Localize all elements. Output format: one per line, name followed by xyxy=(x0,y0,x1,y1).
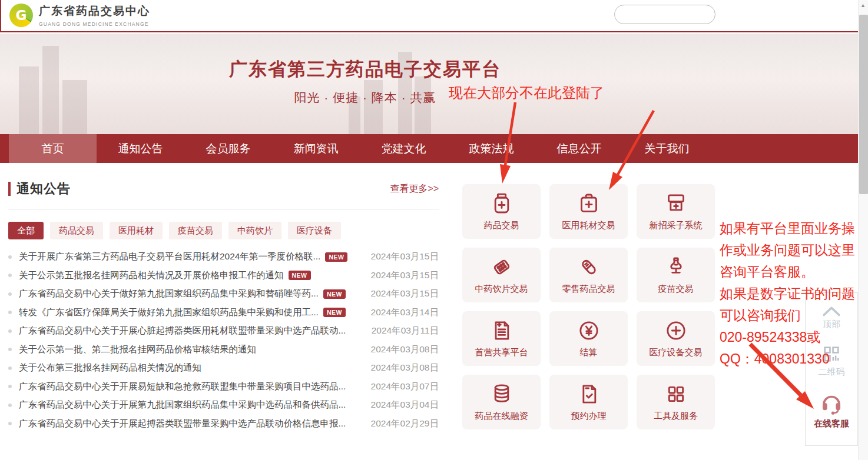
plus-circle-icon xyxy=(664,319,688,342)
annotation-login-note: 现在大部分不在此登陆了 xyxy=(449,84,604,102)
notice-link[interactable]: 广东省药品交易中心关于开展起搏器类联盟带量采购中选产品联动价格信息申报... xyxy=(19,418,346,430)
notice-date: 2024年03月08日 xyxy=(365,344,439,356)
nav-item-policies[interactable]: 政策法规 xyxy=(448,134,535,163)
service-card-herbal-pieces-trade[interactable]: 中药饮片交易 xyxy=(462,248,541,302)
filter-tab-drug-trade[interactable]: 药品交易 xyxy=(50,222,103,239)
list-item: 广东省药品交易中心关于做好第九批国家组织药品集中采购和替硝唑等药...NEW20… xyxy=(8,285,439,304)
nav-item-notices[interactable]: 通知公告 xyxy=(97,134,184,163)
building-silhouette xyxy=(364,80,383,134)
nav-item-news[interactable]: 新闻资讯 xyxy=(272,134,360,163)
grid-squares-icon xyxy=(664,382,688,406)
notice-link[interactable]: 关于公示第一批、第二批报名挂网药品价格审核结果的通知 xyxy=(19,344,256,356)
filter-tab-medical-consumables[interactable]: 医用耗材 xyxy=(110,222,163,239)
list-item: 广东省药品交易中心关于开展起搏器类联盟带量采购中选产品联动价格信息申报...20… xyxy=(8,415,439,434)
service-label: 预约办理 xyxy=(571,411,607,422)
service-label: 药品交易 xyxy=(484,220,519,231)
service-label: 首营共享平台 xyxy=(475,347,528,358)
main-nav: 首页 通知公告 会员服务 新闻资讯 党建文化 政策法规 信息公开 关于我们 xyxy=(0,134,858,163)
list-item: 关于开展广东省第三方药品电子交易平台医用耗材2024年第一季度价格联...NEW… xyxy=(8,248,439,266)
filter-tab-all[interactable]: 全部 xyxy=(8,222,44,239)
document-check-icon xyxy=(577,382,601,406)
new-badge: NEW xyxy=(289,271,311,280)
service-label: 新招采子系统 xyxy=(650,220,703,231)
filter-tab-medical-equipment[interactable]: 医疗设备 xyxy=(288,222,341,239)
notice-date: 2024年03月15日 xyxy=(365,269,439,282)
nav-item-home[interactable]: 首页 xyxy=(9,134,97,163)
nav-item-member-service[interactable]: 会员服务 xyxy=(184,134,272,163)
list-item: 关于公布第三批报名挂网药品相关情况的通知2024年03月08日 xyxy=(8,359,439,378)
notice-date: 2024年03月11日 xyxy=(366,325,439,337)
scrollbar-up-arrow[interactable]: ▲ xyxy=(860,2,866,8)
bullet-dot xyxy=(8,385,12,388)
notice-date: 2024年02月29日 xyxy=(365,418,439,430)
new-badge: NEW xyxy=(323,308,346,317)
service-grid: 药品交易 医用耗材交易 新招采子系统 中药饮片交易 零售药品交易 xyxy=(462,184,715,429)
bullet-dot xyxy=(8,274,12,277)
logo-subtitle: GUANG DONG MEDICINE EXCHANGE xyxy=(39,21,150,27)
notice-date: 2024年03月15日 xyxy=(365,288,439,300)
service-label: 疫苗交易 xyxy=(658,284,694,295)
notice-link[interactable]: 广东省药品交易中心关于开展第九批国家组织药品集中采购中选药品和备供药品... xyxy=(19,399,346,411)
service-label: 医用耗材交易 xyxy=(562,220,615,231)
service-card-settlement[interactable]: 结算 xyxy=(549,311,628,366)
notice-date: 2024年03月04日 xyxy=(365,399,439,411)
service-card-new-procurement-subsystem[interactable]: 新招采子系统 xyxy=(637,184,715,239)
search-box xyxy=(614,5,715,24)
divider xyxy=(8,209,439,209)
section-accent-bar xyxy=(8,182,11,196)
service-card-medical-consumables-trade[interactable]: 医用耗材交易 xyxy=(549,184,628,239)
site-header: G 广东省药品交易中心 GUANG DONG MEDICINE EXCHANGE xyxy=(0,0,858,32)
service-label: 零售药品交易 xyxy=(562,284,615,295)
notice-link[interactable]: 关于公布第三批报名挂网药品相关情况的通知 xyxy=(19,362,201,374)
nav-item-about-us[interactable]: 关于我们 xyxy=(623,134,711,163)
notice-link[interactable]: 关于公示第五批报名挂网药品相关情况及开展价格申报工作的通知 xyxy=(19,269,284,282)
service-card-first-operation-sharing-platform[interactable]: 首营共享平台 xyxy=(462,311,541,366)
notice-link[interactable]: 广东省药品交易中心关于做好第九批国家组织药品集中采购和替硝唑等药... xyxy=(19,288,319,300)
online-service-button[interactable]: 在线客服 xyxy=(814,391,849,429)
service-card-medical-equipment-trade[interactable]: 医疗设备交易 xyxy=(637,311,715,366)
scrollbar-thumb[interactable] xyxy=(859,15,868,194)
service-label: 结算 xyxy=(580,347,598,358)
list-item: 转发《广东省医疗保障局关于做好第九批国家组织药品集中采购和使用工...NEW20… xyxy=(8,304,439,322)
vaccine-icon xyxy=(664,255,688,279)
service-card-drug-trade[interactable]: 药品交易 xyxy=(462,184,541,239)
bullet-dot xyxy=(8,422,12,425)
list-item: 广东省药品交易中心关于开展易短缺和急抢救药联盟集中带量采购项目中选药品...20… xyxy=(8,378,439,396)
service-card-vaccine-trade[interactable]: 疫苗交易 xyxy=(637,248,715,302)
service-card-retail-drug-trade[interactable]: 零售药品交易 xyxy=(549,248,628,302)
notice-link[interactable]: 关于开展广东省第三方药品电子交易平台医用耗材2024年第一季度价格联... xyxy=(19,251,320,263)
list-item: 关于公示第五批报名挂网药品相关情况及开展价格申报工作的通知NEW2024年03月… xyxy=(8,266,439,285)
left-edge-accent xyxy=(0,0,1,31)
nav-item-info-disclosure[interactable]: 信息公开 xyxy=(535,134,623,163)
nav-item-party-culture[interactable]: 党建文化 xyxy=(360,134,448,163)
bullet-dot xyxy=(8,255,12,259)
list-item: 关于公示第一批、第二批报名挂网药品价格审核结果的通知2024年03月08日 xyxy=(8,341,439,359)
notice-link[interactable]: 广东省药品交易中心关于开展心脏起搏器类医用耗材联盟带量采购中选产品联动... xyxy=(19,325,346,337)
service-label: 医疗设备交易 xyxy=(650,347,703,358)
scrollbar-track[interactable]: ▲ xyxy=(858,0,868,460)
notice-list: 关于开展广东省第三方药品电子交易平台医用耗材2024年第一季度价格联...NEW… xyxy=(8,248,439,433)
site-logo[interactable]: G 广东省药品交易中心 GUANG DONG MEDICINE EXCHANGE xyxy=(9,4,150,27)
building-silhouette xyxy=(62,80,87,134)
notice-link[interactable]: 转发《广东省医疗保障局关于做好第九批国家组织药品集中采购和使用工... xyxy=(19,306,319,319)
blister-pack-icon xyxy=(490,255,513,279)
notice-date: 2024年03月14日 xyxy=(365,306,439,319)
bullet-dot xyxy=(8,366,12,370)
filter-tab-herbal-pieces[interactable]: 中药饮片 xyxy=(228,222,281,239)
section-title: 通知公告 xyxy=(16,180,71,198)
logo-title: 广东省药品交易中心 xyxy=(39,4,150,19)
bullet-dot xyxy=(8,292,12,296)
new-badge: NEW xyxy=(325,252,347,262)
service-card-appointment[interactable]: 预约办理 xyxy=(549,375,628,429)
list-item: 广东省药品交易中心关于开展心脏起搏器类医用耗材联盟带量采购中选产品联动...20… xyxy=(8,322,439,341)
yen-circle-icon xyxy=(577,319,601,342)
headset-icon xyxy=(819,391,844,415)
service-card-tools-services[interactable]: 工具及服务 xyxy=(637,375,715,429)
filter-tab-vaccine-trade[interactable]: 疫苗交易 xyxy=(169,222,222,239)
service-label: 药品在线融资 xyxy=(475,411,528,422)
service-card-online-drug-financing[interactable]: 药品在线融资 xyxy=(462,375,541,429)
notice-link[interactable]: 广东省药品交易中心关于开展易短缺和急抢救药联盟集中带量采购项目中选药品... xyxy=(19,381,346,393)
search-input[interactable] xyxy=(615,10,733,19)
view-more-link[interactable]: 查看更多>> xyxy=(390,183,439,195)
notice-section: 通知公告 查看更多>> 全部 药品交易 医用耗材 疫苗交易 中药饮片 医疗设备 … xyxy=(8,178,439,433)
